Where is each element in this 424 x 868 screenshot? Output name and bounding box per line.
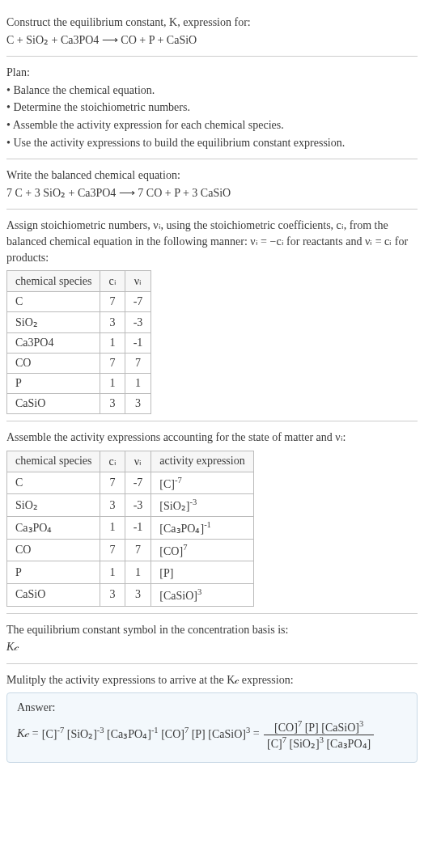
- term-base: [C]: [42, 728, 57, 740]
- cell-vi: 7: [125, 539, 151, 561]
- activities-table: chemical species cᵢ νᵢ activity expressi…: [6, 451, 254, 607]
- assign-th-vi: νᵢ: [125, 271, 151, 292]
- table-header-row: chemical species cᵢ νᵢ: [7, 271, 151, 292]
- cell-activity-expr: [SiO₂]-3: [151, 494, 253, 517]
- term-base: [Ca₃PO₄]: [107, 728, 151, 740]
- cell-vi: -3: [125, 494, 151, 517]
- term-0: [C]-7: [42, 728, 64, 740]
- cell-vi: 1: [125, 561, 151, 584]
- cell-activity-expr: [P]: [151, 561, 253, 584]
- term-base: [Ca₃PO₄]: [326, 738, 371, 750]
- cell-species: CO: [7, 354, 100, 374]
- answer-lhs: K𝒸 =: [17, 728, 42, 740]
- term-exp: 7: [282, 735, 286, 744]
- cell-ci: 1: [100, 561, 125, 584]
- act-th-vi: νᵢ: [125, 451, 151, 472]
- balanced-equation: 7 C + 3 SiO₂ + Ca3PO4 ⟶ 7 CO + P + 3 CaS…: [6, 185, 418, 201]
- cell-species: C: [7, 472, 100, 494]
- section-symbol: The equilibrium constant symbol in the c…: [6, 614, 418, 664]
- cell-vi: 3: [125, 394, 151, 414]
- balanced-heading: Write the balanced chemical equation:: [6, 167, 418, 184]
- cell-vi: 1: [125, 374, 151, 394]
- num-term-2: [CaSiO]3: [321, 722, 363, 734]
- section-balanced: Write the balanced chemical equation: 7 …: [6, 159, 418, 210]
- cell-species: SiO₂: [7, 312, 100, 333]
- symbol-kc: K𝒸: [6, 639, 418, 655]
- table-header-row: chemical species cᵢ νᵢ activity expressi…: [7, 451, 254, 472]
- term-4: [P]: [192, 728, 206, 740]
- term-exp: 3: [359, 719, 363, 728]
- act-th-ci: cᵢ: [100, 451, 125, 472]
- term-5: [CaSiO]3: [208, 728, 250, 740]
- answer-eq: =: [253, 728, 262, 740]
- ae-exp: 3: [197, 587, 201, 596]
- assign-text: Assign stoichiometric numbers, νᵢ, using…: [6, 218, 418, 265]
- table-row: Ca₃PO₄ 1 -1 [Ca₃PO₄]-1: [7, 517, 254, 540]
- cell-species: C: [7, 292, 100, 312]
- answer-fraction: [CO]7 [P] [CaSiO]3 [C]7 [SiO₂]3 [Ca₃PO₄]: [264, 719, 374, 750]
- num-term-0: [CO]7: [274, 722, 302, 734]
- den-term-2: [Ca₃PO₄]: [326, 738, 371, 750]
- ae-base: [SiO₂]: [159, 500, 189, 512]
- num-term-1: [P]: [305, 722, 319, 734]
- cell-species: Ca₃PO₄: [7, 517, 100, 540]
- cell-ci: 3: [100, 494, 125, 517]
- cell-species: CaSiO: [7, 394, 100, 414]
- cell-ci: 3: [100, 312, 125, 333]
- plan-bullet-0: • Balance the chemical equation.: [6, 83, 418, 99]
- term-3: [CO]7: [161, 728, 189, 740]
- cell-ci: 7: [100, 472, 125, 494]
- table-row: SiO₂3-3: [7, 312, 151, 333]
- intro-line1: Construct the equilibrium constant, K, e…: [6, 15, 418, 31]
- cell-vi: 7: [125, 354, 151, 374]
- table-row: P11: [7, 374, 151, 394]
- term-exp: 3: [246, 726, 250, 735]
- table-row: C7-7: [7, 292, 151, 312]
- section-plan: Plan: • Balance the chemical equation. •…: [6, 57, 418, 159]
- den-term-1: [SiO₂]3: [290, 738, 324, 750]
- term-base: [CO]: [274, 722, 298, 734]
- cell-species: SiO₂: [7, 494, 100, 517]
- den-term-0: [C]7: [267, 738, 286, 750]
- ae-base: [CO]: [159, 544, 183, 557]
- plan-bullet-2: • Assemble the activity expression for e…: [6, 117, 418, 133]
- term-exp: 3: [320, 735, 324, 744]
- cell-ci: 1: [100, 333, 125, 354]
- intro-line1-text: Construct the equilibrium constant, K, e…: [6, 16, 251, 28]
- cell-vi: 3: [125, 584, 151, 607]
- cell-ci: 1: [100, 517, 125, 540]
- assign-th-species: chemical species: [7, 271, 100, 292]
- activities-text: Assemble the activity expressions accoun…: [6, 430, 418, 446]
- plan-bullet-3: • Use the activity expressions to build …: [6, 135, 418, 151]
- cell-vi: -7: [125, 472, 151, 494]
- term-exp: 7: [298, 719, 302, 728]
- term-base: [CaSiO]: [208, 728, 246, 740]
- answer-equation: K𝒸 = [C]-7 [SiO₂]-3 [Ca₃PO₄]-1 [CO]7 [P]…: [17, 719, 407, 750]
- term-base: [P]: [305, 722, 319, 734]
- cell-activity-expr: [CaSiO]3: [151, 584, 253, 607]
- table-row: CaSiO33: [7, 394, 151, 414]
- cell-ci: 7: [100, 292, 125, 312]
- cell-ci: 3: [100, 394, 125, 414]
- section-activities: Assemble the activity expressions accoun…: [6, 421, 418, 614]
- term-base: [CaSiO]: [321, 722, 359, 734]
- plan-bullet-1: • Determine the stoichiometric numbers.: [6, 100, 418, 116]
- table-row: C 7 -7 [C]-7: [7, 472, 254, 494]
- ae-base: [Ca₃PO₄]: [159, 523, 204, 535]
- answer-label: Answer:: [17, 701, 407, 714]
- cell-ci: 7: [100, 354, 125, 374]
- ae-base: [P]: [159, 567, 173, 579]
- cell-species: CaSiO: [7, 584, 100, 607]
- ae-exp: 7: [183, 543, 187, 552]
- cell-ci: 7: [100, 539, 125, 561]
- cell-activity-expr: [C]-7: [151, 472, 253, 494]
- cell-vi: -1: [125, 333, 151, 354]
- term-base: [CO]: [161, 728, 184, 740]
- term-exp: -3: [97, 726, 104, 735]
- cell-ci: 1: [100, 374, 125, 394]
- term-base: [P]: [192, 728, 206, 740]
- ae-base: [C]: [159, 477, 175, 489]
- section-intro: Construct the equilibrium constant, K, e…: [6, 6, 418, 57]
- ae-base: [CaSiO]: [159, 590, 197, 602]
- fraction-denominator: [C]7 [SiO₂]3 [Ca₃PO₄]: [264, 735, 374, 751]
